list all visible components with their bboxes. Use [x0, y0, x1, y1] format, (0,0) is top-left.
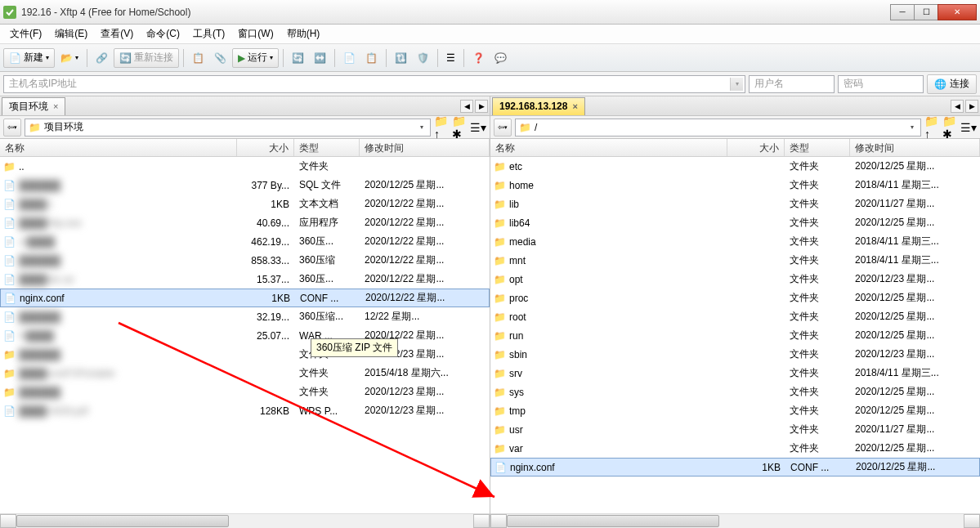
file-row[interactable]: 📄nginx.conf1KBCONF ...2020/12/25 星期... — [490, 458, 980, 477]
file-row[interactable]: 📁lib文件夹2020/11/27 星期... — [490, 195, 980, 213]
close-icon[interactable]: × — [53, 101, 58, 111]
col-type[interactable]: 类型 — [294, 139, 360, 156]
col-size[interactable]: 大小 — [727, 139, 785, 156]
file-name: lib — [509, 199, 519, 210]
link-button[interactable]: 🔗 — [92, 48, 112, 68]
remote-path-input[interactable]: 📁/▾ — [515, 119, 921, 136]
shield-button[interactable]: 🛡️ — [413, 48, 433, 68]
close-button[interactable]: ✕ — [937, 4, 977, 20]
transfer-button[interactable]: ↔️ — [310, 48, 330, 68]
file-row[interactable]: 📁proc文件夹2020/12/25 星期... — [490, 289, 980, 307]
local-path-input[interactable]: 📁项目环境▾ — [25, 119, 431, 136]
file-row[interactable]: 📄N████25.07...WAR ...2020/12/22 星期... — [0, 326, 490, 345]
file-row[interactable]: 📁usr文件夹2020/11/27 星期... — [490, 420, 980, 439]
password-input[interactable]: 密码 — [838, 75, 924, 93]
col-date[interactable]: 修改时间 — [850, 139, 980, 156]
file-row[interactable]: 📁home文件夹2018/4/11 星期三... — [490, 176, 980, 195]
host-input[interactable]: 主机名或IP地址▾ — [3, 75, 745, 93]
file-row[interactable]: 📄████.t1KB文本文档2020/12/22 星期... — [0, 195, 490, 213]
reconnect-button[interactable]: 🔄重新连接 — [114, 48, 179, 68]
about-button[interactable]: 💬 — [490, 48, 511, 68]
folder-icon: 📁 — [494, 199, 506, 210]
file-row[interactable]: 📁media文件夹2018/4/11 星期三... — [490, 232, 980, 251]
help-button[interactable]: ❓ — [468, 48, 489, 68]
file-row[interactable]: 📁██████文件夹2020/12/23 星期... — [0, 383, 490, 401]
file-icon: 📄 — [4, 293, 16, 304]
up-folder-icon[interactable]: 📁↑ — [924, 119, 941, 136]
menu-window[interactable]: 窗口(W) — [233, 25, 278, 43]
file-row[interactable]: 📄████04p.exe40.69...应用程序2020/12/22 星期... — [0, 213, 490, 232]
file-row[interactable]: 📁tmp文件夹2020/12/25 星期... — [490, 401, 980, 420]
copy-button[interactable]: 📋 — [188, 48, 208, 68]
file-name: ████-0428.pdf — [19, 405, 88, 417]
tab-next-icon[interactable]: ▶ — [475, 100, 488, 113]
file-row[interactable]: 📄vr████462.19...360压...2020/12/22 星期... — [0, 232, 490, 251]
connect-button[interactable]: 🌐连接 — [927, 74, 977, 94]
refresh-button[interactable]: 🔃 — [391, 48, 411, 68]
file-row[interactable]: 📁██████文件夹2020/12/23 星期... — [0, 345, 490, 364]
tab-next-icon[interactable]: ▶ — [965, 100, 978, 113]
file-row[interactable]: 📁opt文件夹2020/12/23 星期... — [490, 270, 980, 289]
file-row[interactable]: 📄██████377 By...SQL 文件2020/12/25 星期... — [0, 176, 490, 195]
local-tab[interactable]: 项目环境× — [2, 97, 65, 115]
file-row[interactable]: 📁run文件夹2020/12/25 星期... — [490, 326, 980, 345]
tab-prev-icon[interactable]: ◀ — [460, 100, 473, 113]
list-button[interactable]: ☰ — [442, 48, 459, 68]
new-folder-icon[interactable]: 📁✱ — [942, 119, 959, 136]
file-name: sbin — [509, 349, 527, 360]
menu-view[interactable]: 查看(V) — [96, 25, 138, 43]
file-row[interactable]: 📁sbin文件夹2020/12/23 星期... — [490, 345, 980, 364]
file-icon: 📄 — [3, 330, 16, 342]
file-row[interactable]: 📁████cureFXPortable文件夹2015/4/18 星期六... — [0, 364, 490, 383]
view-icon[interactable]: ☰▾ — [960, 119, 977, 136]
open-folder-button[interactable]: 📂▾ — [56, 48, 83, 68]
app-icon — [3, 6, 16, 19]
back-button[interactable]: ⇦▾ — [494, 119, 512, 136]
col-name[interactable]: 名称 — [490, 139, 727, 156]
maximize-button[interactable]: ☐ — [914, 4, 938, 20]
remote-tab[interactable]: 192.168.13.128× — [492, 97, 585, 115]
back-button[interactable]: ⇦▾ — [3, 119, 21, 136]
menu-tools[interactable]: 工具(T) — [188, 25, 230, 43]
file-row[interactable]: 📁..文件夹 — [0, 157, 490, 176]
file-row[interactable]: 📁sys文件夹2020/12/25 星期... — [490, 383, 980, 401]
file-row[interactable]: 📁mnt文件夹2018/4/11 星期三... — [490, 251, 980, 270]
local-pathbar: ⇦▾ 📁项目环境▾ 📁↑ 📁✱ ☰▾ — [0, 116, 490, 139]
file-row[interactable]: 📁lib64文件夹2020/12/25 星期... — [490, 213, 980, 232]
file-row[interactable]: 📄nginx.conf1KBCONF ...2020/12/22 星期... — [0, 289, 490, 307]
up-folder-icon[interactable]: 📁↑ — [434, 119, 450, 136]
file-row[interactable]: 📁srv文件夹2018/4/11 星期三... — [490, 364, 980, 383]
remote-scrollbar[interactable] — [490, 513, 980, 528]
tab-prev-icon[interactable]: ◀ — [951, 100, 964, 113]
new-button[interactable]: 📄新建▾ — [3, 48, 55, 68]
file-row[interactable]: 📄████-0428.pdf128KBWPS P...2020/12/23 星期… — [0, 401, 490, 420]
attach-button[interactable]: 📎 — [210, 48, 230, 68]
menu-file[interactable]: 文件(F) — [5, 25, 47, 43]
file-row[interactable]: 📄████ble.rar15.37...360压...2020/12/22 星期… — [0, 270, 490, 289]
view-icon[interactable]: ☰▾ — [470, 119, 486, 136]
file-icon: 📄 — [3, 236, 16, 248]
sync-button[interactable]: 🔄 — [288, 48, 308, 68]
local-scrollbar[interactable] — [0, 513, 490, 528]
col-type[interactable]: 类型 — [785, 139, 850, 156]
minimize-button[interactable]: ─ — [890, 4, 915, 20]
copy2-button[interactable]: 📄 — [339, 48, 360, 68]
close-icon[interactable]: × — [572, 101, 577, 111]
new-folder-icon[interactable]: 📁✱ — [452, 119, 468, 136]
col-name[interactable]: 名称 — [0, 139, 237, 156]
username-input[interactable]: 用户名 — [749, 75, 835, 93]
file-row[interactable]: 📄██████32.19...360压缩...12/22 星期... — [0, 307, 490, 326]
menu-edit[interactable]: 编辑(E) — [50, 25, 92, 43]
file-row[interactable]: 📄██████858.33...360压缩2020/12/22 星期... — [0, 251, 490, 270]
file-row[interactable]: 📁root文件夹2020/12/25 星期... — [490, 307, 980, 326]
folder-icon: 📁 — [494, 443, 506, 454]
run-button[interactable]: ▶运行▾ — [232, 48, 279, 68]
file-row[interactable]: 📁var文件夹2020/12/25 星期... — [490, 439, 980, 458]
col-size[interactable]: 大小 — [237, 139, 294, 156]
menu-command[interactable]: 命令(C) — [141, 25, 185, 43]
col-date[interactable]: 修改时间 — [360, 139, 490, 156]
file-name: ██████ — [19, 387, 60, 398]
file-row[interactable]: 📁etc文件夹2020/12/25 星期... — [490, 157, 980, 176]
menu-help[interactable]: 帮助(H) — [282, 25, 325, 43]
paste-button[interactable]: 📋 — [361, 48, 382, 68]
